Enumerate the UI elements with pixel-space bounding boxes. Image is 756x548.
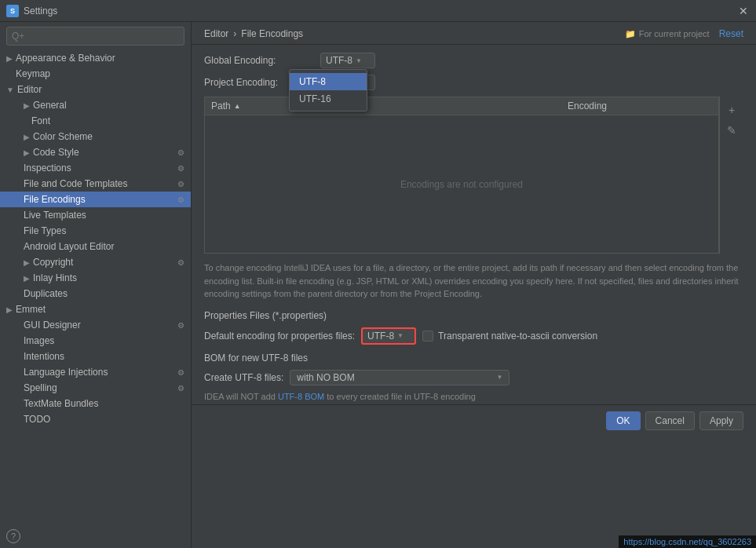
transparent-checkbox[interactable] bbox=[422, 331, 433, 342]
sidebar-item-color-scheme[interactable]: ▶ Color Scheme bbox=[0, 129, 191, 144]
sidebar-item-file-encodings[interactable]: File Encodings ⚙ bbox=[0, 192, 191, 207]
sidebar-item-label: Images bbox=[24, 335, 54, 346]
global-encoding-row: Global Encoding: UTF-8 ▼ bbox=[192, 49, 756, 71]
project-indicator-text: For current project bbox=[639, 29, 710, 38]
settings-icon: ⚙ bbox=[177, 195, 184, 204]
sidebar-item-label: TextMate Bundles bbox=[24, 398, 98, 409]
arrow-icon: ▶ bbox=[24, 274, 30, 283]
description-text: To change encoding IntelliJ IDEA uses fo… bbox=[204, 261, 743, 301]
dropdown-caret-icon: ▼ bbox=[397, 332, 404, 339]
dropdown-caret-icon: ▼ bbox=[496, 374, 502, 381]
sidebar-item-label: Inspections bbox=[24, 163, 71, 174]
app-icon: S bbox=[6, 5, 19, 17]
search-box[interactable] bbox=[6, 27, 184, 46]
arrow-icon: ▼ bbox=[6, 86, 14, 94]
sidebar-item-spelling[interactable]: Spelling ⚙ bbox=[0, 380, 191, 396]
project-indicator: 📁 For current project bbox=[625, 29, 710, 39]
add-encoding-button[interactable]: + bbox=[723, 101, 740, 119]
breadcrumb-parent: Editor bbox=[204, 28, 228, 39]
sort-icon: ▲ bbox=[234, 102, 241, 110]
settings-icon: ⚙ bbox=[177, 258, 184, 267]
table-section: Path ▲ Encoding Encodings are not config… bbox=[204, 97, 743, 254]
dropdown-option-utf16[interactable]: UTF-16 bbox=[290, 90, 367, 108]
sidebar-item-label: Intentions bbox=[24, 351, 64, 362]
properties-encoding-dropdown[interactable]: UTF-8 ▼ bbox=[361, 327, 416, 345]
sidebar-item-label: Android Layout Editor bbox=[24, 241, 114, 252]
global-encoding-value: UTF-8 bbox=[326, 55, 352, 66]
global-encoding-label: Global Encoding: bbox=[204, 55, 314, 66]
settings-icon: ⚙ bbox=[177, 384, 184, 393]
sidebar-item-label: File and Code Templates bbox=[24, 178, 128, 189]
arrow-icon: ▶ bbox=[24, 258, 30, 267]
sidebar-item-code-style[interactable]: ▶ Code Style ⚙ bbox=[0, 144, 191, 160]
sidebar-item-label: TODO bbox=[24, 414, 50, 425]
settings-icon: ⚙ bbox=[177, 180, 184, 188]
help-button[interactable]: ? bbox=[6, 529, 20, 543]
sidebar-item-editor[interactable]: ▼ Editor bbox=[0, 82, 191, 97]
sidebar-item-keymap[interactable]: Keymap bbox=[0, 66, 191, 82]
sidebar-item-label: Duplicates bbox=[24, 288, 68, 299]
sidebar-item-font[interactable]: Font bbox=[0, 113, 191, 129]
sidebar-item-label: Color Scheme bbox=[33, 131, 93, 142]
sidebar-item-label: File Types bbox=[24, 225, 66, 236]
global-encoding-dropdown[interactable]: UTF-8 ▼ bbox=[320, 53, 375, 68]
close-button[interactable]: ✕ bbox=[737, 5, 750, 17]
encoding-dropdown-popup: UTF-8 UTF-16 bbox=[289, 69, 367, 111]
sidebar: ▶ Appearance & Behavior Keymap ▼ Editor … bbox=[0, 22, 192, 548]
settings-icon: ⚙ bbox=[177, 368, 184, 377]
dropdown-caret-icon: ▼ bbox=[356, 57, 362, 64]
idea-note: IDEA will NOT add UTF-8 BOM to every cre… bbox=[192, 389, 756, 404]
sidebar-item-gui-designer[interactable]: GUI Designer ⚙ bbox=[0, 317, 191, 333]
sidebar-item-images[interactable]: Images bbox=[0, 333, 191, 349]
sidebar-item-general[interactable]: ▶ General bbox=[0, 97, 191, 113]
sidebar-item-inlay-hints[interactable]: ▶ Inlay Hints bbox=[0, 270, 191, 286]
search-input[interactable] bbox=[12, 31, 179, 42]
sidebar-item-label: Live Templates bbox=[24, 210, 86, 221]
ok-button[interactable]: OK bbox=[606, 411, 640, 430]
utf8-bom-link[interactable]: UTF-8 BOM bbox=[278, 392, 324, 401]
sidebar-item-todo[interactable]: TODO bbox=[0, 411, 191, 427]
apply-button[interactable]: Apply bbox=[699, 411, 743, 430]
settings-icon: ⚙ bbox=[177, 164, 184, 173]
arrow-icon: ▶ bbox=[6, 54, 13, 63]
edit-encoding-button[interactable]: ✎ bbox=[723, 122, 740, 139]
sidebar-item-label: File Encodings bbox=[24, 194, 86, 205]
arrow-icon: ▶ bbox=[24, 101, 30, 110]
dropdown-option-utf8[interactable]: UTF-8 bbox=[290, 73, 367, 90]
reset-button[interactable]: Reset bbox=[719, 28, 743, 39]
settings-icon: ⚙ bbox=[177, 321, 184, 330]
sidebar-item-inspections[interactable]: Inspections ⚙ bbox=[0, 160, 191, 176]
properties-encoding-value: UTF-8 bbox=[367, 331, 394, 342]
sidebar-item-label: Copyright bbox=[33, 257, 73, 268]
arrow-icon: ▶ bbox=[24, 133, 30, 141]
sidebar-item-textmate-bundles[interactable]: TextMate Bundles bbox=[0, 396, 191, 411]
path-column-header: Path ▲ bbox=[205, 97, 561, 115]
sidebar-item-label: Appearance & Behavior bbox=[16, 53, 115, 64]
sidebar-item-duplicates[interactable]: Duplicates bbox=[0, 286, 191, 301]
content-area: Editor › File Encodings 📁 For current pr… bbox=[192, 22, 756, 548]
sidebar-item-emmet[interactable]: ▶ Emmet bbox=[0, 301, 191, 317]
sidebar-item-label: GUI Designer bbox=[24, 320, 81, 331]
sidebar-item-label: Editor bbox=[17, 84, 42, 95]
sidebar-item-copyright[interactable]: ▶ Copyright ⚙ bbox=[0, 254, 191, 270]
title-bar: S Settings ✕ bbox=[0, 0, 756, 22]
sidebar-item-file-and-code-templates[interactable]: File and Code Templates ⚙ bbox=[0, 176, 191, 192]
table-side-buttons: + ✎ bbox=[719, 97, 743, 254]
sidebar-bottom: ? bbox=[0, 524, 191, 548]
note-suffix: to every created file in UTF-8 encoding bbox=[324, 392, 476, 401]
sidebar-item-android-layout-editor[interactable]: Android Layout Editor bbox=[0, 239, 191, 254]
sidebar-item-appearance[interactable]: ▶ Appearance & Behavior bbox=[0, 50, 191, 66]
bom-dropdown[interactable]: with NO BOM ▼ bbox=[290, 370, 509, 385]
sidebar-item-language-injections[interactable]: Language Injections ⚙ bbox=[0, 364, 191, 380]
sidebar-item-file-types[interactable]: File Types bbox=[0, 223, 191, 239]
cancel-button[interactable]: Cancel bbox=[645, 411, 695, 430]
sidebar-item-label: Language Injections bbox=[24, 367, 108, 378]
window-title: Settings bbox=[24, 5, 737, 16]
sidebar-item-label: General bbox=[33, 100, 67, 111]
bom-row: Create UTF-8 files: with NO BOM ▼ bbox=[192, 367, 756, 389]
transparent-checkbox-row[interactable]: Transparent native-to-ascii conversion bbox=[422, 331, 597, 342]
sidebar-item-live-templates[interactable]: Live Templates bbox=[0, 207, 191, 223]
sidebar-item-label: Font bbox=[31, 115, 50, 126]
sidebar-item-intentions[interactable]: Intentions bbox=[0, 349, 191, 364]
path-encoding-table: Path ▲ Encoding Encodings are not config… bbox=[204, 97, 719, 254]
